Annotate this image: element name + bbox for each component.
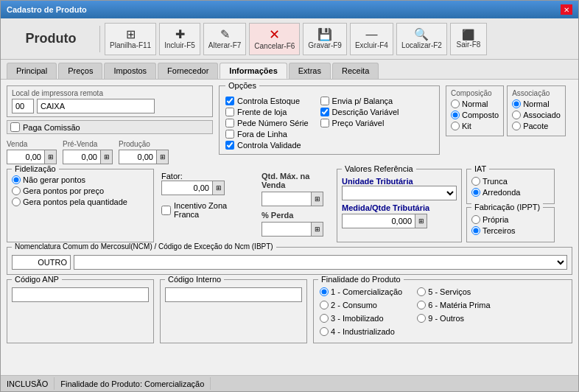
fab-terceiros-radio[interactable] [471,226,480,235]
iat-trunca-radio[interactable] [471,177,480,186]
medida-qtde-input-group: ⊞ [342,214,457,228]
fator-calc-button[interactable]: ⊞ [213,181,225,195]
composicao-normal-radio[interactable] [451,99,460,108]
producao-input[interactable] [119,150,157,164]
perda-input-group: ⊞ [262,222,329,237]
fid-nao-gerar-radio[interactable] [12,175,21,184]
associacao-associado-label: Associado [523,111,561,119]
impressora-box: Local de impressora remota [7,85,213,117]
paga-comissao-checkbox[interactable] [10,122,20,132]
venda-input[interactable] [7,150,45,164]
left-column: Local de impressora remota Paga Comissão… [7,85,213,164]
composicao-kit-radio[interactable] [451,122,460,130]
incentivo-zona-franca-checkbox[interactable] [161,206,171,215]
planilha-button[interactable]: ⊞ Planilha-F11 [105,23,156,55]
composicao-normal-label: Normal [462,99,488,108]
fin-industrializado-radio[interactable] [320,327,329,336]
associacao-pacote-radio[interactable] [512,122,521,130]
impressora-name-input[interactable] [37,99,155,113]
iat-arredonda-radio[interactable] [471,188,480,197]
controla-validade-checkbox[interactable] [225,141,234,150]
tab-precos[interactable]: Preços [58,63,102,79]
localizar-button[interactable]: 🔍 Localizar-F2 [396,23,447,55]
descricao-variavel-checkbox[interactable] [320,108,329,116]
app-title: Produto [7,31,95,46]
gravar-button[interactable]: 💾 Gravar-F9 [303,23,347,55]
ncm-box: Nomenclatura Comum do Mercosul(NCM) / Có… [7,247,572,275]
pede-numero-serie-checkbox[interactable] [225,119,234,127]
producao-calc-button[interactable]: ⊞ [157,150,169,164]
main-window: Cadastro de Produto ✕ Produto ⊞ Planilha… [0,0,579,392]
fid-pontos-preco-radio[interactable] [12,186,21,195]
incluir-icon: ✚ [175,29,185,41]
tab-fornecedor[interactable]: Fornecedor [158,63,218,79]
fin-imobilizado-radio[interactable] [320,314,329,323]
fin-comercializacao-label: 1 - Comercialização [331,287,402,296]
impressora-id-input[interactable] [12,99,34,113]
fid-nao-gerar-label: Não gerar pontos [23,175,85,184]
producao-item: Produção ⊞ [119,140,169,164]
tab-informacoes[interactable]: Informações [220,63,287,79]
fin-comercializacao-radio[interactable] [320,287,329,296]
gravar-icon: 💾 [317,29,332,41]
associacao-normal-radio[interactable] [512,99,521,108]
alterar-button[interactable]: ✎ Alterar-F7 [203,23,246,55]
frente-loja-checkbox[interactable] [225,108,234,116]
ncm-select[interactable] [74,255,567,270]
perda-section: % Perda ⊞ [262,211,329,237]
fin-servicos-radio[interactable] [417,287,426,296]
tab-receita[interactable]: Receita [332,63,379,79]
fab-propria-radio[interactable] [471,215,480,224]
venda-calc-button[interactable]: ⊞ [45,150,57,164]
envia-balanca-checkbox[interactable] [320,97,329,105]
pre-venda-input-group: ⊞ [63,150,113,164]
fora-linha-checkbox[interactable] [225,130,234,139]
fid-pontos-qtde-radio[interactable] [12,197,21,206]
composicao-composto-radio[interactable] [451,111,460,119]
fabricacao-box: Fabricação (IPPT) Própria Terceiros [466,207,555,242]
fin-materia-prima-item: 6 - Matéria Prima [417,301,490,309]
fin-comercializacao-item: 1 - Comercialização [320,287,402,296]
tab-extras[interactable]: Extras [289,63,331,79]
unidade-tributaria-select[interactable] [342,186,457,200]
perda-calc-button[interactable]: ⊞ [312,222,323,237]
close-button[interactable]: ✕ [561,4,572,15]
ncm-input[interactable] [12,255,71,270]
controla-estoque-checkbox[interactable] [225,97,234,105]
tab-principal[interactable]: Principal [7,63,57,79]
finalidade-box: Finalidade do Produto 1 - Comercializaçã… [313,279,572,343]
perda-label: % Perda [262,211,329,220]
controla-estoque-label: Controla Estoque [237,97,300,105]
iat-trunca-item: Trunca [471,177,550,186]
incentivo-zona-franca-label: Incentivo Zona Franca [174,201,251,219]
associacao-associado-radio[interactable] [512,111,521,119]
excluir-label: Excluir-F4 [355,41,388,49]
finalidade-title: Finalidade do Produto [318,275,404,284]
fin-outros-radio[interactable] [417,314,426,323]
qtd-max-input[interactable] [262,192,312,206]
tab-impostos[interactable]: Impostos [104,63,156,79]
anp-input[interactable] [12,287,149,302]
composicao-title: Composição [451,89,499,97]
sair-button[interactable]: ⬛ Sair-F8 [450,23,487,55]
medida-qtde-input[interactable] [342,214,415,228]
finalidade-col1: 1 - Comercialização 2 - Consumo 3 - Imob… [320,287,402,338]
preco-variavel-checkbox[interactable] [320,119,329,127]
pre-venda-calc-button[interactable]: ⊞ [101,150,113,164]
codigo-interno-box: Código Interno [160,279,307,343]
qtd-max-label: Qtd. Máx. na Venda [262,172,329,189]
fin-materia-prima-radio[interactable] [417,301,426,309]
pede-numero-serie-item: Pede Número Série [225,119,309,127]
cancelar-button[interactable]: ✕ Cancelar-F6 [249,23,300,55]
venda-label: Venda [7,140,57,148]
fin-consumo-radio[interactable] [320,301,329,309]
perda-input[interactable] [262,222,312,237]
medida-qtde-calc-button[interactable]: ⊞ [415,214,427,228]
excluir-button[interactable]: — Excluir-F4 [350,23,393,55]
incluir-button[interactable]: ✚ Incluir-F5 [159,23,200,55]
codigo-interno-input[interactable] [165,287,302,302]
qtd-max-calc-button[interactable]: ⊞ [312,192,323,206]
pre-venda-input[interactable] [63,150,101,164]
fator-input[interactable] [161,181,213,195]
frente-loja-item: Frente de loja [225,108,309,116]
